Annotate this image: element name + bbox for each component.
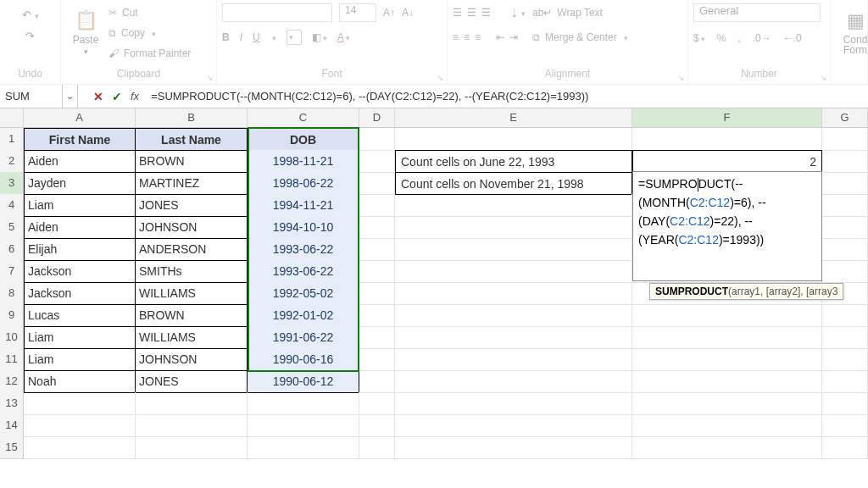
cell-D1[interactable] xyxy=(359,128,395,151)
cell-E10[interactable] xyxy=(395,326,632,349)
row-header[interactable]: 14 xyxy=(0,414,24,437)
cell-G14[interactable] xyxy=(822,414,868,437)
dec-decimal-icon[interactable]: ←.0 xyxy=(783,32,802,44)
cell-C14[interactable] xyxy=(248,414,359,437)
redo-button[interactable]: ↷ xyxy=(22,28,38,44)
accept-formula-button[interactable]: ✓ xyxy=(112,90,122,103)
cell-G9[interactable] xyxy=(822,304,868,327)
row-header[interactable]: 9 xyxy=(0,304,24,327)
cell-C3[interactable]: 1998-06-22 xyxy=(248,172,359,195)
cell-E3[interactable]: Count cells on November 21, 1998 xyxy=(395,172,632,195)
align-bottom-icon[interactable]: ☰ xyxy=(481,7,491,19)
cell-D6[interactable] xyxy=(359,238,395,261)
cell-F11[interactable] xyxy=(632,348,822,371)
cell-E11[interactable] xyxy=(395,348,632,371)
accounting-icon[interactable]: $ xyxy=(693,32,705,44)
row-header[interactable]: 11 xyxy=(0,348,24,371)
row-header[interactable]: 13 xyxy=(0,392,24,415)
row-header[interactable]: 5 xyxy=(0,216,24,239)
italic-button[interactable]: I xyxy=(240,31,242,43)
cell-A8[interactable]: Jackson xyxy=(24,282,136,305)
cell-A9[interactable]: Lucas xyxy=(24,304,136,327)
cell-E7[interactable] xyxy=(395,260,632,283)
col-header-F[interactable]: F xyxy=(632,108,822,127)
cell-E1[interactable] xyxy=(395,128,632,151)
cell-C1[interactable]: DOB xyxy=(248,128,359,151)
cell-C9[interactable]: 1992-01-02 xyxy=(248,304,359,327)
cell-B5[interactable]: JOHNSON xyxy=(136,216,248,239)
align-center-icon[interactable]: ≡ xyxy=(464,31,470,43)
alignment-launcher-icon[interactable]: ↘ xyxy=(677,73,684,82)
cell-A14[interactable] xyxy=(24,414,136,437)
cell-A15[interactable] xyxy=(24,436,136,459)
cell-C10[interactable]: 1991-06-22 xyxy=(248,326,359,349)
cell-F9[interactable] xyxy=(632,304,822,327)
row-header[interactable]: 1 xyxy=(0,128,24,151)
align-middle-icon[interactable]: ☰ xyxy=(467,7,476,19)
cell-B10[interactable]: WILLIAMS xyxy=(136,326,248,349)
format-painter-button[interactable]: 🖌Format Painter xyxy=(108,44,191,63)
cell-A10[interactable]: Liam xyxy=(24,326,136,349)
cell-C8[interactable]: 1992-05-02 xyxy=(248,282,359,305)
font-name-select[interactable] xyxy=(222,3,332,22)
cell-F1[interactable] xyxy=(632,128,822,151)
cell-D9[interactable] xyxy=(359,304,395,327)
row-header[interactable]: 8 xyxy=(0,282,24,305)
cell-E2[interactable]: Count cells on June 22, 1993 xyxy=(395,150,632,173)
cell-C11[interactable]: 1990-06-16 xyxy=(248,348,359,371)
cell-B9[interactable]: BROWN xyxy=(136,304,248,327)
cell-D3[interactable] xyxy=(359,172,395,195)
align-left-icon[interactable]: ≡ xyxy=(453,31,459,43)
cell-G2[interactable] xyxy=(822,150,868,173)
cell-B14[interactable] xyxy=(136,414,248,437)
cell-A12[interactable]: Noah xyxy=(24,370,136,393)
cell-B11[interactable]: JOHNSON xyxy=(136,348,248,371)
cell-B8[interactable]: WILLIAMS xyxy=(136,282,248,305)
cell-E15[interactable] xyxy=(395,436,632,459)
merge-center-button[interactable]: ⧉Merge & Center xyxy=(532,24,628,42)
cell-C5[interactable]: 1994-10-10 xyxy=(248,216,359,239)
cell-edit-overlay[interactable]: =SUMPRODUCT(--(MONTH(C2:C12)=6), --(DAY(… xyxy=(632,171,822,281)
cell-A2[interactable]: Aiden xyxy=(24,150,136,173)
align-right-icon[interactable]: ≡ xyxy=(475,31,481,43)
cell-D10[interactable] xyxy=(359,326,395,349)
cell-C13[interactable] xyxy=(248,392,359,415)
align-top-icon[interactable]: ☰ xyxy=(453,7,462,19)
decrease-indent-icon[interactable]: ⇤ xyxy=(496,31,504,43)
cell-E12[interactable] xyxy=(395,370,632,393)
fx-button[interactable]: fx xyxy=(131,90,139,103)
cell-G6[interactable] xyxy=(822,238,868,261)
increase-indent-icon[interactable]: ⇥ xyxy=(509,31,518,43)
cell-B3[interactable]: MARTINEZ xyxy=(136,172,248,195)
paste-button[interactable]: 📋 Paste ▾ xyxy=(66,2,105,63)
orientation-icon[interactable]: ⭭ xyxy=(509,7,526,19)
row-header[interactable]: 6 xyxy=(0,238,24,261)
row-header[interactable]: 10 xyxy=(0,326,24,349)
cell-A13[interactable] xyxy=(24,392,136,415)
name-box[interactable]: SUM xyxy=(0,85,63,108)
cell-E4[interactable] xyxy=(395,194,632,217)
borders-button[interactable] xyxy=(287,30,302,45)
cell-A3[interactable]: Jayden xyxy=(24,172,136,195)
cell-D15[interactable] xyxy=(359,436,395,459)
cell-A5[interactable]: Aiden xyxy=(24,216,136,239)
col-header-C[interactable]: C xyxy=(248,108,359,127)
font-color-button[interactable]: A xyxy=(337,31,350,43)
col-header-G[interactable]: G xyxy=(822,108,868,127)
cell-F2[interactable]: 2 xyxy=(632,150,822,173)
col-header-D[interactable]: D xyxy=(359,108,395,127)
cell-D7[interactable] xyxy=(359,260,395,283)
row-header[interactable]: 15 xyxy=(0,436,24,459)
cell-A1[interactable]: First Name xyxy=(24,128,136,151)
cell-G11[interactable] xyxy=(822,348,868,371)
cell-D12[interactable] xyxy=(359,370,395,393)
cell-B6[interactable]: ANDERSON xyxy=(136,238,248,261)
cell-F14[interactable] xyxy=(632,414,822,437)
cell-G4[interactable] xyxy=(822,194,868,217)
cell-B15[interactable] xyxy=(136,436,248,459)
row-header[interactable]: 3 xyxy=(0,172,24,195)
cell-B4[interactable]: JONES xyxy=(136,194,248,217)
row-header[interactable]: 7 xyxy=(0,260,24,283)
cell-C4[interactable]: 1994-11-21 xyxy=(248,194,359,217)
row-header[interactable]: 4 xyxy=(0,194,24,217)
